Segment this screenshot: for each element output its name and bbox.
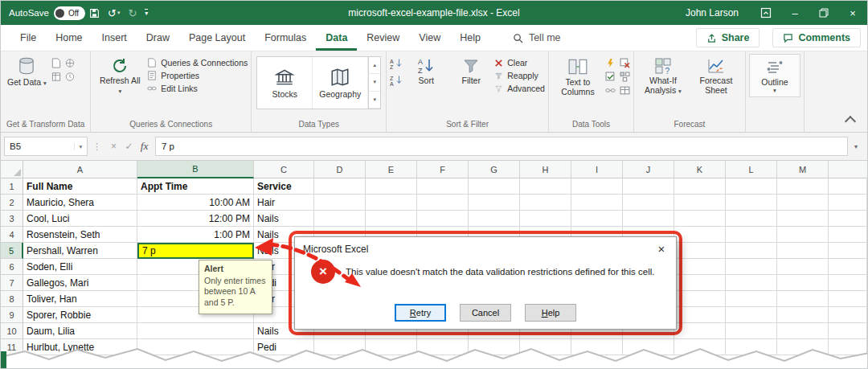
text-to-columns-button[interactable]: Text to Columns [552,54,604,96]
row-header[interactable]: 6 [1,259,23,275]
save-button[interactable] [85,8,104,18]
help-button[interactable]: Help [525,304,576,322]
row-header-selected[interactable]: 5 [1,243,23,259]
stocks-button[interactable]: Stocks [257,57,313,109]
empty-cells[interactable] [314,339,867,355]
column-header[interactable]: G [469,161,520,178]
dialog-close-icon[interactable]: × [650,242,673,256]
edit-links-button[interactable]: Edit Links [147,84,248,93]
column-header[interactable]: M [777,161,829,178]
tab-help[interactable]: Help [450,25,490,51]
chevron-down-icon[interactable]: ▾ [74,143,87,150]
cell[interactable]: Nails [254,211,314,227]
column-header[interactable]: F [417,161,469,178]
share-button[interactable]: Share [696,28,760,47]
cell[interactable]: Soden, Elli [23,259,137,275]
remove-duplicates-icon[interactable] [620,58,630,68]
column-header-selected[interactable]: B [137,161,254,178]
restore-button[interactable] [809,1,838,25]
what-if-analysis-button[interactable]: ? What-If Analysis ▾ [637,54,689,96]
clear-filter-button[interactable]: Clear [494,58,545,68]
formula-input[interactable]: 7 p [155,137,848,156]
cell[interactable]: Sporer, Robbie [23,307,137,323]
manage-data-model-icon[interactable] [620,85,630,96]
cell[interactable]: Pedi [254,339,314,355]
cell[interactable]: Toliver, Han [23,291,137,307]
empty-cells[interactable] [314,178,867,195]
column-header[interactable]: D [314,161,366,178]
properties-button[interactable]: Properties [147,71,248,80]
cell[interactable]: Full Name [23,178,137,195]
cell[interactable]: Rosenstein, Seth [23,227,137,243]
row-header[interactable]: 9 [1,307,23,323]
customize-quick-access-button[interactable]: ▾ [141,9,152,17]
cell[interactable]: Appt Time [137,178,254,195]
column-header[interactable]: E [366,161,417,178]
cell[interactable]: Cool, Luci [23,211,137,227]
gallery-more-icon[interactable]: ▾ [369,92,380,109]
sort-ascending-icon[interactable]: AZ [390,58,403,69]
column-header[interactable]: L [726,161,777,178]
active-cell-invalid-entry[interactable]: 7 p [137,243,254,259]
consolidate-icon[interactable] [620,72,630,82]
cell[interactable]: 1:00 PM [137,227,254,243]
minimize-button[interactable]: – [780,1,809,25]
queries-connections-button[interactable]: Queries & Connections [147,58,248,68]
get-data-button[interactable]: Get Data ▾ [4,54,50,88]
from-table-icon[interactable] [51,72,61,82]
row-header[interactable]: 2 [1,195,23,211]
row-header[interactable]: 10 [1,323,23,339]
sort-descending-icon[interactable]: ZA [390,75,403,86]
cell[interactable]: Gallegos, Mari [23,275,137,291]
insert-function-button[interactable]: fx [137,140,152,153]
row-header[interactable]: 4 [1,227,23,243]
data-validation-icon[interactable] [605,72,616,82]
column-header[interactable]: H [520,161,571,178]
undo-button[interactable]: ↺▾ [104,7,124,19]
retry-button[interactable]: Retry [395,304,446,322]
recent-sources-icon[interactable] [65,72,75,82]
row-header[interactable]: 1 [1,178,23,195]
column-header[interactable]: J [623,161,674,178]
geography-button[interactable]: Geography [313,57,368,109]
forecast-sheet-button[interactable]: Forecast Sheet [690,54,742,95]
confirm-entry-button[interactable]: ✓ [121,141,137,152]
row-header[interactable]: 3 [1,211,23,227]
autosave-toggle[interactable]: AutoSave Off [9,6,85,20]
empty-cells[interactable] [314,211,867,227]
column-header[interactable]: I [571,161,623,178]
tell-me-search[interactable]: Tell me [513,25,561,51]
tab-insert[interactable]: Insert [92,25,137,51]
account-name[interactable]: John Larson [686,7,739,18]
from-text-icon[interactable] [51,58,61,68]
tab-data[interactable]: Data [316,25,357,51]
reapply-button[interactable]: Reapply [494,71,545,80]
tab-draw[interactable]: Draw [137,25,179,51]
tab-page-layout[interactable]: Page Layout [179,25,255,51]
ribbon-display-options-button[interactable] [751,1,780,25]
cell[interactable]: Mauricio, Shera [23,195,137,211]
dialog-titlebar[interactable]: Microsoft Excel × [295,237,676,258]
cancel-button[interactable]: Cancel [460,304,511,322]
cell[interactable]: Service [254,178,314,195]
expand-formula-bar-icon[interactable]: ▾ [848,143,864,150]
redo-button[interactable]: ↻ [124,7,141,19]
comments-button[interactable]: Comments [772,28,861,47]
autosave-pill[interactable]: Off [54,6,85,20]
flash-fill-icon[interactable] [605,58,616,68]
cell[interactable]: Hair [254,195,314,211]
collapse-ribbon-icon[interactable] [845,116,856,127]
tab-view[interactable]: View [409,25,450,51]
cell[interactable] [137,339,254,355]
cell[interactable]: Hurlbut, Lynette [23,339,137,355]
close-button[interactable]: × [838,1,867,25]
tab-review[interactable]: Review [357,25,409,51]
column-header[interactable]: A [23,161,137,178]
tab-formulas[interactable]: Formulas [255,25,316,51]
row-header[interactable]: 7 [1,275,23,291]
cell[interactable]: 12:00 PM [137,211,254,227]
cell[interactable]: Pershall, Warren [23,243,137,259]
cell[interactable]: 10:00 AM [137,195,254,211]
column-header[interactable]: C [254,161,314,178]
relationships-icon[interactable] [605,85,616,96]
